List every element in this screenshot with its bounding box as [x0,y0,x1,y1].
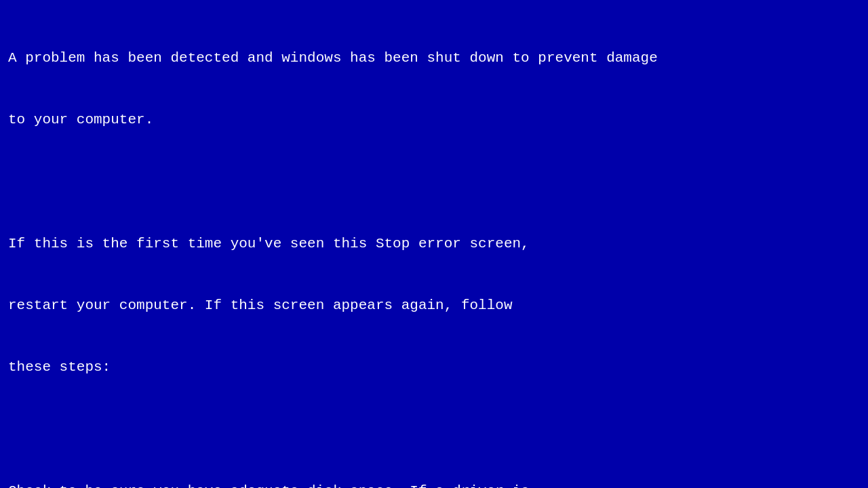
bsod-line-5: these steps: [8,357,860,378]
bsod-blank-2 [8,420,860,440]
bsod-line-6: Check to be sure you have adequate disk … [8,481,860,488]
bsod-line-1: A problem has been detected and windows … [8,48,860,68]
bsod-line-4: restart your computer. If this screen ap… [8,296,860,316]
bsod-line-3: If this is the first time you've seen th… [8,234,860,254]
bsod-line-2: to your computer. [8,110,860,130]
bsod-blank-1 [8,172,860,192]
bsod-screen: A problem has been detected and windows … [0,0,868,488]
